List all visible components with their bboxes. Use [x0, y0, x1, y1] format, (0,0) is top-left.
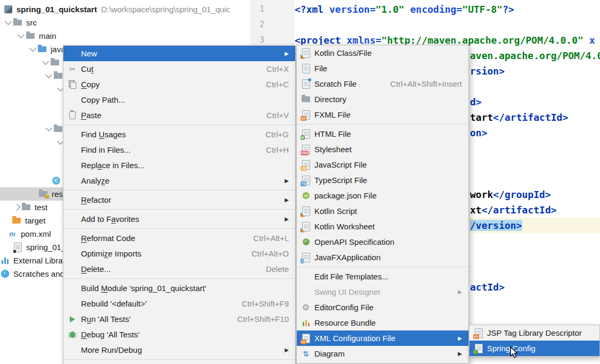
- project-path: D:\workspace\spring\spring_01_quic: [101, 5, 230, 14]
- menu-item-label: Debug 'All Tests': [81, 330, 140, 339]
- menu-item-analyze[interactable]: Analyze ▶: [63, 173, 295, 188]
- menu-item-typescript-file[interactable]: TS TypeScript File: [297, 172, 468, 188]
- menu-item-stylesheet[interactable]: CSS Stylesheet: [297, 142, 468, 157]
- menu-item-paste[interactable]: Paste Ctrl+V: [63, 107, 295, 123]
- package-folder-icon: [54, 73, 62, 79]
- menu-item-open-in[interactable]: Open In ▶: [63, 361, 295, 364]
- menu-item-xml-configuration-file[interactable]: <> XML Configuration File ▶: [297, 330, 468, 346]
- menu-item-jsp-tag-library-descriptor[interactable]: <> JSP Tag Library Descriptor: [469, 325, 599, 341]
- tree-item-label: target: [25, 216, 45, 225]
- code-fragment: xt</artifactId>: [470, 202, 557, 218]
- chevron-down-icon[interactable]: [42, 58, 49, 65]
- chevron-down-icon[interactable]: [45, 125, 52, 131]
- shortcut: Ctrl+H: [266, 145, 289, 154]
- menu-item-package-json[interactable]: JS package.json File: [297, 188, 468, 203]
- menu-item-label: Swing UI Designer: [314, 287, 380, 296]
- menu-item-label: Rebuild '<default>': [81, 299, 147, 308]
- menu-item-run-all-tests[interactable]: Run 'All Tests' Ctrl+Shift+F10: [63, 311, 295, 327]
- shortcut: Ctrl+Alt+Shift+Insert: [390, 79, 462, 88]
- submenu-arrow-icon: ▶: [283, 197, 289, 203]
- shortcut: Ctrl+X: [266, 64, 289, 73]
- menu-item-label: Find Usages: [81, 130, 126, 139]
- folder-icon: [22, 204, 30, 210]
- menu-item-copy-path[interactable]: Copy Path...: [63, 92, 295, 107]
- menu-item-label: FXML File: [314, 110, 351, 119]
- package-json-icon: JS: [303, 192, 310, 200]
- chevron-down-icon[interactable]: [5, 18, 12, 25]
- tree-item-label: test: [35, 203, 47, 212]
- menu-item-reformat-code[interactable]: Reformat Code Ctrl+Alt+L: [63, 230, 295, 246]
- fxml-file-icon: <>: [302, 110, 310, 120]
- menu-item-directory[interactable]: Directory: [297, 92, 468, 107]
- submenu-arrow-icon: ▶: [283, 347, 289, 353]
- menu-item-copy[interactable]: Copy Ctrl+C: [63, 77, 295, 92]
- menu-item-javascript-file[interactable]: JS JavaScript File: [297, 157, 468, 172]
- code-fragment-selected: /version>: [470, 218, 522, 233]
- mouse-cursor: [510, 346, 518, 360]
- shortcut: Ctrl+Shift+F10: [237, 315, 289, 324]
- menu-item-resource-bundle[interactable]: Resource Bundle: [297, 315, 468, 330]
- chevron-down-icon[interactable]: [29, 45, 36, 52]
- menu-separator: [297, 267, 468, 267]
- shortcut: Ctrl+Alt+L: [253, 234, 289, 243]
- chevron-right-icon[interactable]: [13, 204, 20, 211]
- xml-config-submenu: <> JSP Tag Library Descriptor Spring Con…: [469, 325, 600, 357]
- menu-item-refactor[interactable]: Refactor ▶: [63, 192, 295, 208]
- menu-item-scratch-file[interactable]: Scratch File Ctrl+Alt+Shift+Insert: [297, 76, 468, 92]
- menu-item-label: JSP Tag Library Descriptor: [487, 328, 582, 337]
- menu-item-new[interactable]: New ▶: [63, 46, 295, 61]
- tree-item-project-root[interactable]: spring_01_quickstart D:\workspace\spring…: [0, 3, 250, 16]
- menu-item-rebuild[interactable]: Rebuild '<default>' Ctrl+Shift+F9: [63, 296, 295, 311]
- menu-item-find-usages[interactable]: Find Usages Ctrl+G: [63, 127, 295, 142]
- menu-separator: [63, 278, 295, 279]
- menu-item-replace-in-files[interactable]: Replace in Files...: [63, 158, 295, 173]
- tree-item-main[interactable]: main: [0, 29, 250, 43]
- menu-item-more-run-debug[interactable]: More Run/Debug ▶: [63, 342, 295, 358]
- menu-item-optimize-imports[interactable]: Optimize Imports Ctrl+Alt+O: [63, 246, 295, 261]
- menu-item-editorconfig-file[interactable]: ⚙ EditorConfig File: [297, 300, 468, 315]
- menu-item-delete[interactable]: Delete... Delete: [63, 261, 295, 277]
- copy-icon: [70, 82, 76, 89]
- menu-item-label: Paste: [81, 111, 101, 120]
- target-folder-icon: [12, 218, 21, 224]
- project-icon: [4, 5, 12, 13]
- menu-item-label: Cut: [81, 64, 93, 73]
- menu-item-label: package.json File: [314, 191, 377, 200]
- menu-item-debug-all-tests[interactable]: Debug 'All Tests': [63, 327, 295, 342]
- menu-item-kotlin-class-file[interactable]: Kotlin Class/File: [297, 45, 468, 61]
- shortcut: Ctrl+V: [266, 111, 289, 120]
- scratches-icon: [1, 270, 9, 278]
- menu-item-spring-config[interactable]: Spring Config: [469, 341, 599, 356]
- menu-item-kotlin-script[interactable]: Kotlin Script: [297, 203, 468, 219]
- menu-item-kotlin-worksheet[interactable]: Kotlin Worksheet: [297, 219, 468, 234]
- menu-item-openapi-spec[interactable]: OpenAPI Specification: [297, 234, 468, 250]
- js-file-icon: JS: [302, 160, 310, 170]
- code-fragment: actId>: [470, 279, 505, 295]
- menu-item-find-in-files[interactable]: Find in Files... Ctrl+H: [63, 142, 295, 158]
- kotlin-file-icon: [302, 48, 310, 58]
- menu-item-edit-file-templates[interactable]: Edit File Templates...: [297, 269, 468, 284]
- submenu-arrow-icon: ▶: [283, 51, 289, 56]
- ts-file-icon: TS: [302, 176, 310, 185]
- menu-item-html-file[interactable]: H HTML File: [297, 126, 468, 142]
- menu-item-swing-ui-designer: Swing UI Designer ▶: [297, 284, 468, 300]
- menu-item-label: Reformat Code: [81, 234, 135, 243]
- submenu-arrow-icon: ▶: [457, 335, 462, 341]
- chevron-down-icon[interactable]: [18, 31, 25, 38]
- menu-item-add-to-favorites[interactable]: Add to Favorites ▶: [63, 211, 295, 227]
- menu-item-build-module[interactable]: Build Module 'spring_01_quickstart': [63, 280, 295, 296]
- line-number: 1: [250, 2, 264, 17]
- menu-item-cut[interactable]: ✂ Cut Ctrl+X: [63, 61, 295, 77]
- menu-item-diagram[interactable]: ⇅ Diagram ▶: [297, 346, 468, 361]
- menu-item-fxml-file[interactable]: <> FXML File: [297, 107, 468, 122]
- menu-separator: [63, 228, 295, 229]
- directory-icon: [302, 96, 310, 102]
- file-icon: [14, 243, 22, 252]
- menu-item-file[interactable]: File: [297, 61, 468, 76]
- menu-separator: [63, 125, 295, 125]
- menu-item-javafx-application[interactable]: J JavaFXApplication: [297, 250, 468, 265]
- openapi-icon: [303, 238, 310, 245]
- menu-item-label: Diagram: [314, 349, 345, 358]
- chevron-down-icon[interactable]: [45, 71, 52, 78]
- tree-item-src[interactable]: src: [0, 16, 250, 29]
